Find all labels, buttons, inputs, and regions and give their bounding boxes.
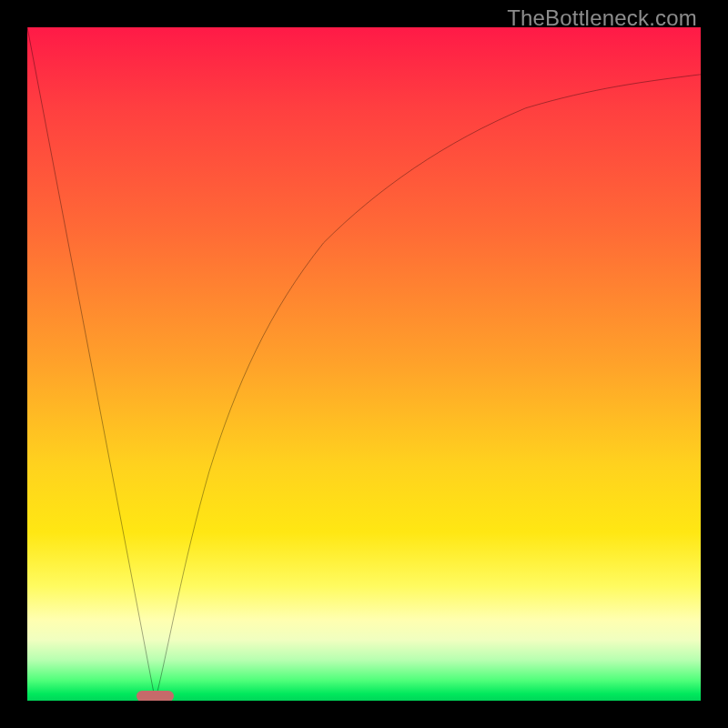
chart-frame: TheBottleneck.com [0, 0, 728, 728]
optimum-marker [136, 691, 174, 701]
plot-area [27, 27, 701, 701]
bottleneck-curve [27, 27, 701, 701]
